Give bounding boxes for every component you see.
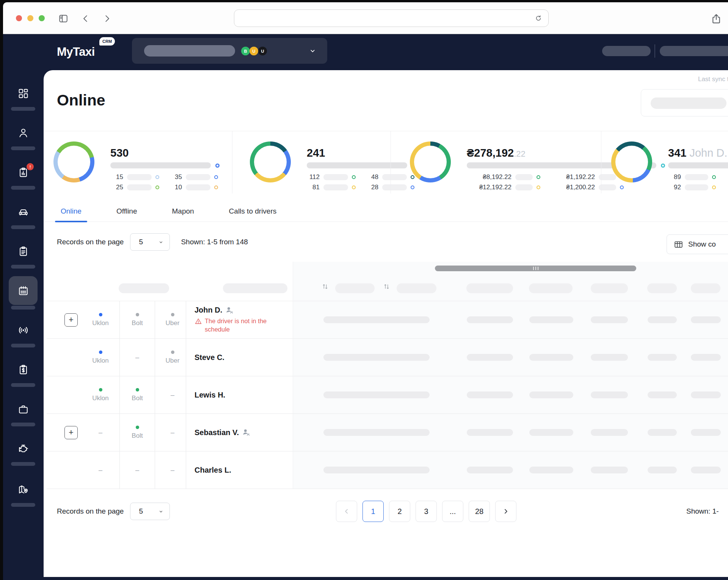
- status-dot: [171, 313, 174, 316]
- page-button-2[interactable]: 2: [389, 501, 410, 522]
- page-button-28[interactable]: 28: [469, 501, 490, 522]
- stat-sub: 10: [169, 184, 218, 191]
- stat-card-total: 530 15 35 25 10: [44, 131, 232, 193]
- sub-skeleton: [127, 184, 152, 190]
- cell-skeleton: [467, 354, 513, 361]
- cell-skeleton: [648, 467, 677, 473]
- sidebar-item-reports[interactable]: !: [3, 167, 44, 179]
- chevron-down-icon[interactable]: [309, 48, 316, 54]
- platform-cell-uklon: Uklon: [83, 301, 118, 338]
- sidebar-item-service[interactable]: [3, 443, 44, 456]
- zoom-window-button[interactable]: [39, 15, 45, 21]
- stat-sub: 92: [668, 184, 716, 191]
- back-icon[interactable]: [81, 14, 91, 24]
- workspace-switcher[interactable]: B U U: [132, 38, 327, 64]
- records-per-page-select[interactable]: 5: [130, 233, 170, 251]
- sidebar-item-map[interactable]: [3, 484, 44, 497]
- cell-skeleton: [591, 429, 628, 436]
- expand-row-button[interactable]: +: [64, 313, 78, 327]
- page-button-3[interactable]: 3: [416, 501, 437, 522]
- chevron-right-icon: [502, 508, 510, 515]
- page-title: Online: [57, 91, 105, 109]
- tab-offline[interactable]: Offline: [111, 207, 143, 222]
- sub-skeleton: [685, 174, 708, 180]
- sidebar-item-tasks[interactable]: [3, 246, 44, 258]
- sidebar-item-work[interactable]: [3, 404, 44, 416]
- platform-cell-uklon: Uklon: [83, 376, 118, 413]
- platform-cell-uber: –: [155, 451, 190, 489]
- sync-range-button[interactable]: [641, 89, 728, 116]
- sort-button[interactable]: [383, 283, 391, 293]
- platform-cell-uber: –: [155, 376, 190, 413]
- sidebar-item-dashboard[interactable]: [3, 88, 44, 101]
- close-window-button[interactable]: [16, 15, 22, 21]
- sidebar-item-dispatch[interactable]: [3, 325, 44, 337]
- expand-row-button[interactable]: +: [64, 426, 78, 439]
- cell-skeleton: [591, 316, 628, 323]
- warning-triangle-icon: [195, 318, 202, 325]
- sidebar-item-schedule[interactable]: [3, 285, 44, 298]
- platform-badge-uklon: U: [249, 47, 258, 55]
- records-per-page-select[interactable]: 5: [130, 503, 170, 520]
- schedule-warning: The driver is not in the schedule: [195, 317, 270, 334]
- driver-name: Charles L.: [195, 466, 231, 475]
- chevron-down-icon: [158, 509, 163, 514]
- previous-page-button[interactable]: [336, 501, 357, 522]
- tab-calls-to-drivers[interactable]: Calls to drivers: [223, 207, 282, 222]
- column-divider: [155, 376, 155, 413]
- platform-cell-bolt: –: [120, 339, 154, 376]
- sidebar-item-drivers[interactable]: [3, 127, 44, 140]
- sort-icon: [383, 283, 390, 290]
- page-ellipsis[interactable]: ...: [442, 501, 463, 522]
- horizontal-scrollbar-thumb[interactable]: [435, 266, 636, 271]
- tab-mapon[interactable]: Mapon: [166, 207, 200, 222]
- header-divider: [654, 44, 655, 58]
- stat-card-top-driver: 341John D. 89 65 92 22: [601, 131, 728, 193]
- page-button-1[interactable]: 1: [362, 501, 384, 522]
- share-icon[interactable]: [711, 13, 722, 25]
- calendar-icon: [18, 285, 29, 296]
- minimize-window-button[interactable]: [27, 15, 33, 21]
- header-skeleton-2: [660, 46, 728, 56]
- driver-name-cell: Sebastian V.: [195, 414, 295, 451]
- cell-skeleton: [691, 391, 721, 398]
- main-content: Last sync ti Online 530 15 35: [44, 70, 728, 577]
- donut-chart: [250, 141, 291, 182]
- address-bar[interactable]: [234, 9, 549, 27]
- stat-sub: 89: [668, 173, 716, 181]
- sidebar-label-skeleton: [11, 146, 35, 150]
- sub-dot: [155, 175, 159, 179]
- table-body: + Uklon Bolt Uber John D.: [47, 301, 728, 489]
- sidebar-toggle-icon[interactable]: [58, 14, 69, 24]
- sort-button[interactable]: [322, 283, 329, 293]
- sidebar-item-vehicles[interactable]: [3, 206, 44, 219]
- sub-skeleton: [323, 174, 348, 180]
- column-divider: [155, 339, 155, 376]
- tab-online[interactable]: Online: [55, 207, 87, 222]
- stat-sub: 65: [726, 173, 728, 181]
- chevron-left-icon: [343, 508, 350, 515]
- refresh-icon[interactable]: [535, 14, 542, 22]
- platform-cell-bolt: Bolt: [120, 414, 154, 451]
- cell-skeleton: [467, 391, 513, 398]
- next-page-button[interactable]: [495, 501, 516, 522]
- sidebar-label-skeleton: [11, 306, 35, 310]
- donut-chart: [53, 141, 94, 182]
- forward-icon[interactable]: [102, 14, 112, 24]
- platform-cell-uber: –: [155, 414, 190, 451]
- clipboard-list-icon: [18, 246, 29, 257]
- show-columns-button[interactable]: Show co: [667, 234, 728, 254]
- map-pin-icon: [18, 484, 29, 495]
- cell-skeleton: [323, 391, 430, 398]
- platform-cell-bolt: –: [120, 451, 154, 489]
- stat-sub: 81: [307, 184, 356, 191]
- sidebar-item-billing[interactable]: [3, 364, 44, 377]
- sidebar-label-skeleton: [11, 462, 35, 466]
- bottom-records-control: Records on the page 5: [57, 503, 170, 520]
- header-skeleton: [223, 283, 287, 293]
- sub-dot: [155, 185, 159, 189]
- tab-bar: Online Offline Mapon Calls to drivers: [44, 204, 728, 222]
- stat-value-driver: John D.: [689, 147, 727, 159]
- platform-cell-bolt: Bolt: [120, 301, 154, 338]
- cell-skeleton: [691, 467, 721, 473]
